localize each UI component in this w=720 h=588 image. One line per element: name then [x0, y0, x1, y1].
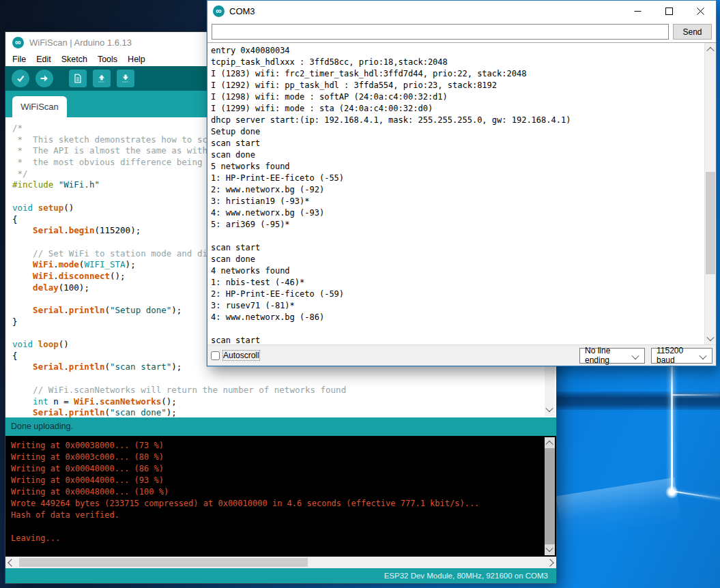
code-line: int n = WiFi.scanNetworks();	[12, 396, 543, 408]
baud-rate-value: 115200 baud	[657, 346, 695, 365]
console-line: Leaving...	[11, 533, 541, 544]
serial-line: tcpip_task_hdlxxx : 3ffd58cc, prio:18,st…	[211, 57, 701, 68]
send-button-label: Send	[682, 27, 702, 37]
serial-line: 5: ari369 (-95)*	[211, 219, 701, 231]
scroll-up-icon[interactable]	[706, 47, 714, 55]
baud-rate-dropdown[interactable]: 115200 baud	[651, 348, 712, 364]
ide-window-title: WiFiScan | Arduino 1.6.13	[29, 38, 132, 48]
arduino-logo-icon: ∞	[12, 37, 24, 48]
serial-line: dhcp server start:(ip: 192.168.4.1, mask…	[211, 115, 701, 126]
console-scrollbar-thumb[interactable]	[545, 448, 555, 544]
minimize-button[interactable]	[622, 1, 653, 21]
serial-line: 3: hristian19 (-93)*	[211, 196, 701, 207]
code-line: Serial.println("scan done");	[12, 407, 543, 417]
output-console: Writing at 0x00038000... (73 %)Writing a…	[5, 436, 556, 557]
console-line: Wrote 449264 bytes (233715 compressed) a…	[11, 498, 541, 510]
serial-monitor-window: ∞ COM3 Send entry 0x40080034tcpip_task_h…	[207, 0, 717, 366]
serial-line: 5 networks found	[211, 161, 701, 173]
arduino-logo-icon: ∞	[213, 5, 225, 17]
code-line: // WiFi.scanNetworks will return the num…	[12, 385, 543, 396]
serial-line: entry 0x40080034	[211, 45, 701, 57]
line-ending-dropdown[interactable]: No line ending	[579, 348, 645, 364]
console-line: Writing at 0x0003c000... (80 %)	[11, 452, 541, 463]
wallpaper-light-beam-diagonal	[672, 490, 720, 499]
scroll-left-icon[interactable]	[8, 559, 15, 566]
console-scrollbar[interactable]	[545, 437, 555, 555]
console-line: Writing at 0x00038000... (73 %)	[11, 440, 541, 452]
serial-monitor-title: COM3	[229, 6, 255, 16]
board-status-text: ESP32 Dev Module, 80MHz, 921600 on COM3	[384, 572, 548, 580]
autoscroll-checkbox[interactable]	[211, 351, 220, 360]
serial-scrollbar-thumb[interactable]	[706, 172, 715, 274]
serial-line: scan start	[211, 138, 701, 149]
upload-status-bar: Done uploading.	[5, 417, 556, 436]
upload-status-text: Done uploading.	[11, 422, 73, 431]
menu-item-file[interactable]: File	[12, 55, 26, 64]
horizontal-scrollbar-thumb[interactable]	[19, 558, 308, 567]
serial-line: 4: www.networx.bg (-93)	[211, 207, 701, 219]
scroll-down-icon[interactable]	[706, 334, 714, 341]
serial-monitor-titlebar[interactable]: ∞ COM3	[207, 1, 716, 21]
scroll-right-icon[interactable]	[546, 559, 553, 566]
serial-line: 1: nbis-test (-46)*	[211, 277, 701, 289]
serial-line: scan done	[211, 254, 701, 265]
serial-output-area[interactable]: entry 0x40080034tcpip_task_hdlxxx : 3ffd…	[207, 42, 716, 345]
code-line	[12, 373, 543, 385]
menu-item-edit[interactable]: Edit	[36, 55, 51, 64]
send-button[interactable]: Send	[673, 24, 712, 40]
console-line: Writing at 0x00040000... (86 %)	[11, 463, 541, 475]
console-line	[11, 521, 541, 533]
serial-line: 4 networks found	[211, 265, 701, 277]
console-line: Writing at 0x00044000... (93 %)	[11, 475, 541, 486]
wallpaper-light-node	[665, 486, 678, 499]
editor-horizontal-scrollbar[interactable]	[5, 557, 556, 568]
serial-line	[211, 323, 701, 335]
upload-button[interactable]	[35, 70, 53, 87]
serial-line: 2: www.networx.bg (-92)	[211, 184, 701, 196]
serial-line	[211, 231, 701, 242]
window-controls	[622, 1, 716, 21]
line-ending-value: No line ending	[585, 346, 628, 365]
save-button[interactable]	[117, 70, 134, 87]
scroll-up-icon[interactable]	[545, 441, 553, 448]
console-line: Hash of data verified.	[11, 510, 541, 521]
arrow-up-icon	[96, 73, 107, 84]
serial-line: Setup done	[211, 126, 701, 138]
serial-line: scan start	[211, 335, 701, 345]
serial-line: 1: HP-Print-EE-ficeto (-55)	[211, 173, 701, 184]
serial-send-row: Send	[207, 21, 716, 42]
serial-line: I (1283) wifi: frc2_timer_task_hdl:3ffd7…	[211, 68, 701, 80]
close-button[interactable]	[685, 1, 716, 21]
maximize-button[interactable]	[653, 1, 685, 21]
autoscroll-control: Autoscroll	[211, 351, 259, 360]
serial-monitor-bottombar: Autoscroll No line ending 115200 baud	[207, 344, 716, 366]
console-output-text: Writing at 0x00038000... (73 %)Writing a…	[11, 440, 541, 544]
chevron-down-icon	[699, 351, 706, 359]
serial-line: I (1298) wifi: mode : softAP (24:0a:c4:0…	[211, 91, 701, 103]
menu-item-tools[interactable]: Tools	[98, 55, 117, 64]
tab-wifiscan[interactable]: WiFiScan	[12, 96, 67, 117]
new-button[interactable]	[69, 70, 87, 87]
scroll-down-icon[interactable]	[545, 544, 553, 552]
serial-scrollbar[interactable]	[704, 43, 716, 345]
serial-line: scan done	[211, 149, 701, 161]
arrow-right-icon	[39, 73, 50, 84]
serial-line: 4: www.networx.bg (-86)	[211, 312, 701, 323]
menu-item-sketch[interactable]: Sketch	[61, 55, 87, 64]
console-line: Writing at 0x00048000... (100 %)	[11, 486, 541, 498]
open-button[interactable]	[93, 70, 111, 87]
board-status-bar: ESP32 Dev Module, 80MHz, 921600 on COM3	[5, 568, 556, 583]
wallpaper-light-flare	[672, 394, 720, 396]
tab-label: WiFiScan	[20, 102, 59, 112]
serial-input[interactable]	[212, 24, 669, 40]
serial-line: 2: HP-Print-EE-ficeto (-59)	[211, 289, 701, 300]
scroll-down-icon[interactable]	[545, 405, 553, 412]
verify-button[interactable]	[12, 70, 29, 87]
check-icon	[15, 73, 26, 84]
serial-line: 3: rusev71 (-81)*	[211, 300, 701, 312]
serial-line: I (1292) wifi: pp_task_hdl : 3ffda554, p…	[211, 80, 701, 91]
menu-item-help[interactable]: Help	[128, 55, 145, 64]
serial-settings: No line ending 115200 baud	[579, 348, 712, 364]
serial-line: I (1299) wifi: mode : sta (24:0a:c4:00:3…	[211, 103, 701, 115]
autoscroll-label[interactable]: Autoscroll	[223, 351, 259, 360]
